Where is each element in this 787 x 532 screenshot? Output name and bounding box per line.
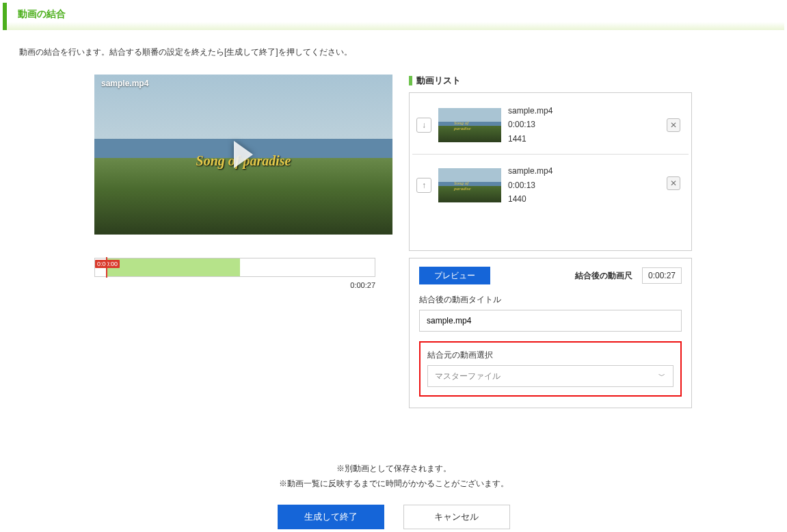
- title-field-label: 結合後の動画タイトル: [419, 294, 682, 306]
- item-name: sample.mp4: [508, 104, 552, 118]
- generate-and-close-button[interactable]: 生成して終了: [278, 505, 384, 529]
- timeline-position-tag[interactable]: 0:00:00: [95, 260, 120, 268]
- close-icon: ✕: [670, 121, 677, 129]
- thumb-overlay-text: Song of paradise: [454, 181, 485, 191]
- video-thumbnail[interactable]: Song of paradise: [438, 168, 501, 202]
- list-section-title: 動画リスト: [416, 75, 461, 87]
- list-item: ↑ Song of paradise sample.mp4 0:00:13 14…: [412, 154, 689, 211]
- preview-filename: sample.mp4: [101, 79, 148, 88]
- video-thumbnail[interactable]: Song of paradise: [438, 108, 501, 142]
- remove-button[interactable]: ✕: [667, 118, 680, 132]
- title-input[interactable]: [419, 310, 682, 332]
- item-code: 1441: [508, 132, 552, 146]
- page-header: 動画の結合: [3, 3, 784, 30]
- reorder-up-button[interactable]: ↑: [416, 178, 431, 193]
- item-duration: 0:00:13: [508, 118, 552, 131]
- item-name: sample.mp4: [508, 164, 552, 178]
- play-icon[interactable]: [234, 141, 253, 168]
- list-item: ↓ Song of paradise sample.mp4 0:00:13 14…: [412, 98, 689, 151]
- thumb-overlay-text: Song of paradise: [454, 120, 485, 131]
- main-panel: 動画の結合を行います。結合する順番の設定を終えたら[生成して終了]を押してくださ…: [5, 30, 782, 532]
- footnotes: ※別動画として保存されます。 ※動画一覧に反映するまでに時間がかかることがござい…: [19, 462, 768, 491]
- instruction-text: 動画の結合を行います。結合する順番の設定を終えたら[生成して終了]を押してくださ…: [19, 46, 768, 58]
- footnote-line: ※動画一覧に反映するまでに時間がかかることがございます。: [19, 477, 768, 492]
- merged-length-value: 0:00:27: [642, 267, 682, 284]
- source-select[interactable]: マスターファイル: [427, 365, 673, 387]
- arrow-down-icon: ↓: [422, 120, 426, 130]
- close-icon: ✕: [670, 179, 677, 187]
- timeline-track[interactable]: 0:00:00: [94, 258, 375, 277]
- source-select-highlight: 結合元の動画選択 マスターファイル ﹀: [419, 341, 682, 397]
- remove-button[interactable]: ✕: [667, 176, 680, 190]
- cancel-button[interactable]: キャンセル: [403, 505, 510, 529]
- merged-length-label: 結合後の動画尺: [575, 270, 632, 282]
- video-list: ↓ Song of paradise sample.mp4 0:00:13 14…: [409, 92, 692, 251]
- item-code: 1440: [508, 192, 552, 206]
- item-duration: 0:00:13: [508, 178, 552, 192]
- timeline-total: 0:00:27: [94, 281, 375, 289]
- preview-button[interactable]: プレビュー: [419, 267, 490, 284]
- page-title: 動画の結合: [18, 8, 66, 19]
- footnote-line: ※別動画として保存されます。: [19, 462, 768, 477]
- timeline-cursor[interactable]: [106, 257, 107, 278]
- reorder-down-button[interactable]: ↓: [416, 118, 431, 133]
- arrow-up-icon: ↑: [422, 181, 426, 190]
- settings-box: プレビュー 結合後の動画尺 0:00:27 結合後の動画タイトル 結合元の動画選…: [409, 258, 692, 408]
- source-select-label: 結合元の動画選択: [427, 349, 673, 361]
- section-mark-icon: [409, 76, 412, 85]
- video-preview[interactable]: sample.mp4 Song of paradise: [94, 75, 392, 235]
- timeline-fill: [106, 258, 240, 276]
